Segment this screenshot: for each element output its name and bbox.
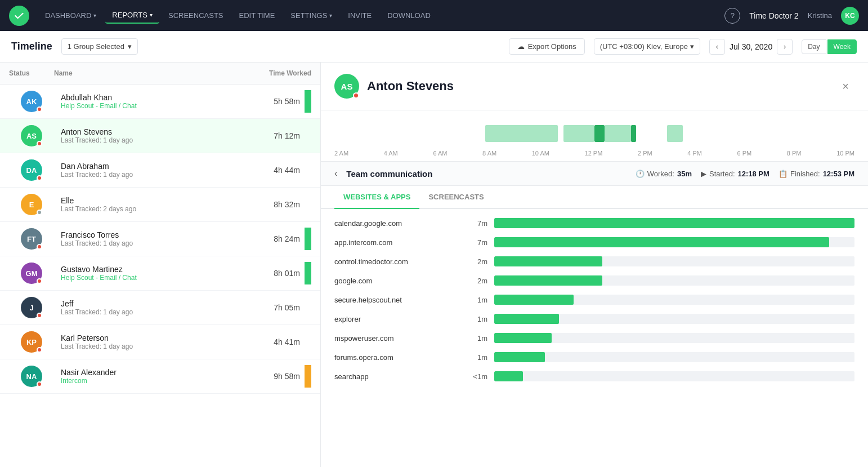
back-arrow-icon[interactable]: ‹ — [334, 168, 337, 179]
detail-avatar: AS — [334, 74, 359, 99]
brand-name: Time Doctor 2 — [749, 11, 798, 20]
detail-panel-header: AS Anton Stevens × — [321, 63, 868, 110]
website-row[interactable]: calendar.google.com 7m — [321, 214, 868, 233]
nav-edit-time[interactable]: EDIT TIME — [232, 8, 282, 23]
website-row[interactable]: google.com 2m — [321, 271, 868, 290]
website-bar-container — [494, 237, 854, 247]
close-button[interactable]: × — [836, 77, 854, 95]
row-status: J — [9, 297, 54, 318]
tab-websites-apps[interactable]: WEBSITES & APPS — [334, 186, 419, 209]
nav-download[interactable]: DOWNLOAD — [381, 8, 437, 23]
nav-settings[interactable]: SETTINGS ▾ — [284, 8, 339, 23]
status-dot — [37, 175, 42, 181]
user-name: Abdullah Khan — [61, 93, 244, 102]
table-row[interactable]: AS Anton Stevens Last Tracked: 1 day ago… — [0, 119, 320, 153]
timeline-bars — [334, 119, 854, 148]
subheader: Timeline 1 Group Selected ▾ ☁ Export Opt… — [0, 31, 868, 63]
table-row[interactable]: FT Francisco Torres Last Tracked: 1 day … — [0, 222, 320, 256]
timeline-bar-dark-1 — [594, 125, 605, 142]
tab-screencasts[interactable]: SCREENCASTS — [419, 186, 493, 209]
activity-bar: ‹ Team communication 🕐 Worked: 35m ▶ Sta… — [321, 162, 868, 186]
website-time: <1m — [465, 372, 487, 381]
website-row[interactable]: explorer 1m — [321, 309, 868, 328]
timeline-bar-2 — [563, 125, 594, 142]
group-selector[interactable]: 1 Group Selected ▾ — [61, 38, 138, 55]
started-stat: ▶ Started: 12:18 PM — [701, 170, 769, 178]
website-row[interactable]: mspoweruser.com 1m — [321, 328, 868, 348]
day-view-button[interactable]: Day — [802, 39, 826, 54]
table-row[interactable]: NA Nasir Alexander Intercom 9h 58m — [0, 359, 320, 394]
activity-bar-placeholder — [305, 331, 311, 353]
status-dot — [37, 141, 42, 146]
website-bar — [494, 295, 574, 305]
status-dot — [37, 210, 42, 215]
website-bar-container — [494, 314, 854, 324]
time-worked: 4h 44m — [244, 166, 300, 175]
website-time: 1m — [465, 296, 487, 304]
nav-invite[interactable]: INVITE — [341, 8, 378, 23]
clock-icon: 🕐 — [636, 170, 645, 178]
website-name: explorer — [334, 315, 458, 323]
table-row[interactable]: E Elle Last Tracked: 2 days ago 8h 32m — [0, 188, 320, 222]
table-row[interactable]: AK Abdullah Khan Help Scout - Email / Ch… — [0, 84, 320, 119]
website-time: 7m — [465, 238, 487, 247]
table-row[interactable]: DA Dan Abraham Last Tracked: 1 day ago 4… — [0, 153, 320, 188]
row-name: Karl Peterson Last Tracked: 1 day ago — [61, 333, 244, 350]
prev-date-button[interactable]: ‹ — [709, 39, 725, 55]
current-date: Jul 30, 2020 — [730, 42, 772, 51]
timeline-bar-dark-2 — [631, 125, 636, 142]
avatar: J — [21, 297, 42, 318]
website-row[interactable]: secure.helpscout.net 1m — [321, 290, 868, 309]
date-navigation: ‹ Jul 30, 2020 › — [709, 39, 793, 55]
activity-bar-placeholder — [305, 193, 311, 216]
table-row[interactable]: KP Karl Peterson Last Tracked: 1 day ago… — [0, 325, 320, 359]
activity-bar-indicator — [305, 365, 311, 388]
status-dot — [37, 244, 42, 250]
help-button[interactable]: ? — [724, 8, 740, 24]
activity-name: Team communication — [346, 169, 626, 179]
timeline-bar-3 — [605, 125, 630, 142]
nav-screencasts[interactable]: SCREENCASTS — [162, 8, 230, 23]
logo[interactable] — [9, 6, 29, 26]
website-bar — [494, 352, 545, 362]
website-bar — [494, 275, 602, 286]
website-bar — [494, 333, 552, 343]
website-name: secure.helpscout.net — [334, 296, 458, 304]
time-worked: 5h 58m — [244, 97, 300, 106]
timeline-labels: 2 AM 4 AM 6 AM 8 AM 10 AM 12 PM 2 PM 4 P… — [334, 150, 854, 157]
website-name: forums.opera.com — [334, 353, 458, 362]
website-name: app.intercom.com — [334, 238, 458, 247]
user-avatar[interactable]: KC — [841, 7, 859, 25]
export-options-button[interactable]: ☁ Export Options — [509, 38, 585, 55]
nav-reports[interactable]: REPORTS ▾ — [105, 7, 159, 24]
website-row[interactable]: forums.opera.com 1m — [321, 348, 868, 367]
next-date-button[interactable]: › — [777, 39, 793, 55]
avatar: AS — [21, 125, 42, 146]
week-view-button[interactable]: Week — [827, 39, 857, 54]
website-bar-container — [494, 295, 854, 305]
status-dot — [37, 347, 42, 353]
timezone-selector[interactable]: (UTC +03:00) Kiev, Europe ▾ — [594, 38, 700, 55]
table-row[interactable]: J Jeff Last Tracked: 1 day ago 7h 05m — [0, 291, 320, 325]
table-header: Status Name Time Worked — [0, 63, 320, 84]
row-name: Elle Last Tracked: 2 days ago — [61, 196, 244, 213]
row-name: Jeff Last Tracked: 1 day ago — [61, 299, 244, 316]
website-time: 2m — [465, 257, 487, 266]
website-bar-container — [494, 275, 854, 286]
table-row[interactable]: GM Gustavo Martinez Help Scout - Email /… — [0, 256, 320, 291]
user-status: Last Tracked: 1 day ago — [61, 171, 244, 179]
website-time: 7m — [465, 219, 487, 228]
row-status: NA — [9, 366, 54, 387]
user-status: Last Tracked: 1 day ago — [61, 239, 244, 247]
website-row[interactable]: control.timedoctor.com 2m — [321, 252, 868, 271]
col-header-name: Name — [54, 69, 255, 77]
website-bar — [494, 237, 829, 247]
table-rows: AK Abdullah Khan Help Scout - Email / Ch… — [0, 84, 320, 394]
timeline-bar-4 — [667, 125, 683, 142]
website-row[interactable]: searchapp <1m — [321, 367, 868, 386]
activity-bar-placeholder — [305, 159, 311, 181]
website-row[interactable]: app.intercom.com 7m — [321, 233, 868, 252]
time-worked: 8h 01m — [244, 269, 300, 278]
upload-icon: ☁ — [517, 42, 525, 51]
nav-dashboard[interactable]: DASHBOARD ▾ — [38, 8, 103, 23]
